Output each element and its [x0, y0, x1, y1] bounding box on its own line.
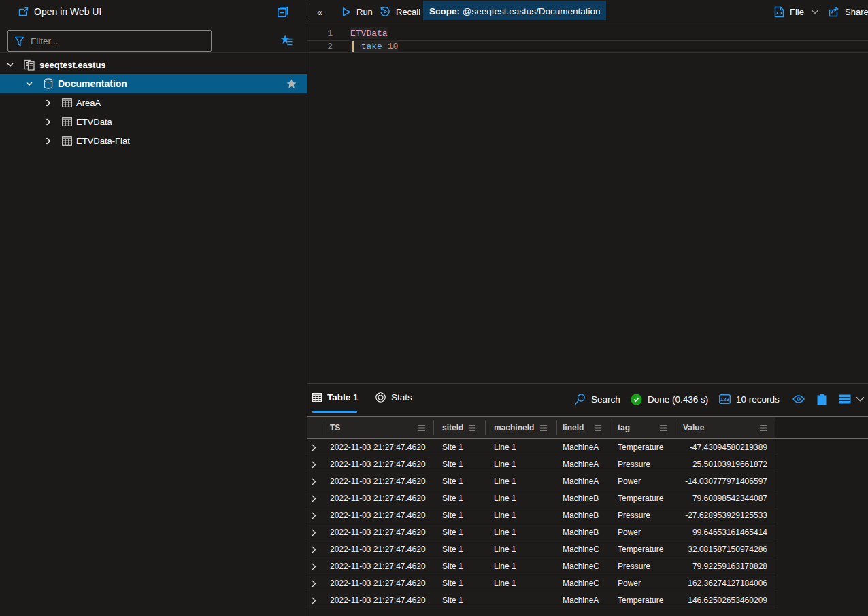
svg-text:123: 123 — [720, 396, 730, 403]
